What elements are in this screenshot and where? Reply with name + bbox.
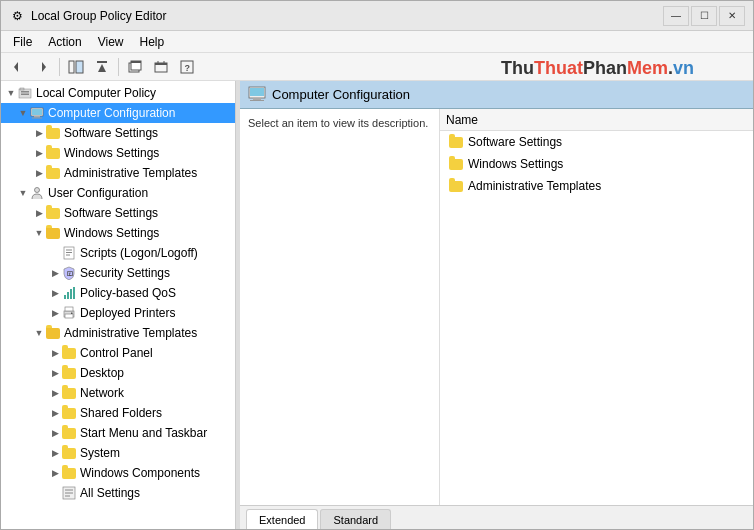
svg-rect-22: [32, 118, 42, 119]
minimize-button[interactable]: —: [663, 6, 689, 26]
printers-expand: ▶: [49, 307, 61, 319]
windows-settings-2-label: Windows Settings: [64, 226, 159, 240]
network-label: Network: [80, 386, 124, 400]
maximize-button[interactable]: ☐: [691, 6, 717, 26]
tree-item-user-config[interactable]: ▼ User Configuration: [1, 183, 235, 203]
ss2-folder-icon: [45, 205, 61, 221]
tree-item-desktop[interactable]: ▶ Desktop: [1, 363, 235, 383]
shared-folders-label: Shared Folders: [80, 406, 162, 420]
description-text: Select an item to view its description.: [248, 117, 428, 129]
root-label: Local Computer Policy: [36, 86, 156, 100]
ws1-expand: ▶: [33, 147, 45, 159]
desktop-folder-icon: [61, 365, 77, 381]
tree-item-deployed-printers[interactable]: ▶ Deployed Printers: [1, 303, 235, 323]
svg-rect-3: [76, 61, 83, 73]
cp-folder-icon: [61, 345, 77, 361]
tab-extended[interactable]: Extended: [246, 509, 318, 529]
tree-item-scripts[interactable]: ▶ Scripts (Logon/Logoff): [1, 243, 235, 263]
at1-expand: ▶: [33, 167, 45, 179]
sf-folder-icon: [61, 405, 77, 421]
window-title: Local Group Policy Editor: [31, 9, 663, 23]
list-item-name: Windows Settings: [468, 157, 563, 171]
security-icon: ⚿: [61, 265, 77, 281]
tree-item-control-panel[interactable]: ▶ Control Panel: [1, 343, 235, 363]
svg-rect-34: [65, 307, 73, 311]
qos-icon: [61, 285, 77, 301]
network-expand: ▶: [49, 387, 61, 399]
computer-config-icon: [29, 105, 45, 121]
tree-item-shared-folders[interactable]: ▶ Shared Folders: [1, 403, 235, 423]
control-panel-label: Control Panel: [80, 346, 153, 360]
system-label: System: [80, 446, 120, 460]
back-button[interactable]: [5, 55, 29, 79]
tree-item-windows-settings-1[interactable]: ▶ Windows Settings: [1, 143, 235, 163]
root-icon: [17, 85, 33, 101]
svg-rect-21: [34, 116, 40, 118]
tree-root[interactable]: ▼ Local Computer Policy: [1, 83, 235, 103]
menu-help[interactable]: Help: [132, 31, 173, 52]
tree-item-windows-settings-2[interactable]: ▼ Windows Settings: [1, 223, 235, 243]
list-pane[interactable]: Name Software Settings Win: [440, 109, 753, 505]
at1-folder-icon: [45, 165, 61, 181]
menu-action[interactable]: Action: [40, 31, 89, 52]
close-button[interactable]: ✕: [719, 6, 745, 26]
tree-item-admin-templates-2[interactable]: ▼ Administrative Templates: [1, 323, 235, 343]
sm-expand: ▶: [49, 427, 61, 439]
svg-rect-2: [69, 61, 74, 73]
svg-rect-20: [32, 109, 42, 115]
list-item-name: Administrative Templates: [468, 179, 601, 193]
svg-rect-16: [20, 88, 24, 90]
tree-item-windows-components[interactable]: ▶ Windows Components: [1, 463, 235, 483]
menu-view[interactable]: View: [90, 31, 132, 52]
sf-expand: ▶: [49, 407, 61, 419]
sm-folder-icon: [61, 425, 77, 441]
list-item[interactable]: Windows Settings: [440, 153, 753, 175]
new-window-button[interactable]: [123, 55, 147, 79]
svg-rect-31: [70, 289, 72, 299]
tree-item-software-settings-1[interactable]: ▶ Software Settings: [1, 123, 235, 143]
svg-rect-42: [250, 88, 264, 96]
list-item-folder-icon: [448, 178, 464, 194]
show-hide-button[interactable]: [64, 55, 88, 79]
list-item-folder-icon: [448, 134, 464, 150]
tree-item-software-settings-2[interactable]: ▶ Software Settings: [1, 203, 235, 223]
svg-rect-30: [67, 292, 69, 299]
scripts-label: Scripts (Logon/Logoff): [80, 246, 198, 260]
up-button[interactable]: [90, 55, 114, 79]
tree-item-admin-templates-1[interactable]: ▶ Administrative Templates: [1, 163, 235, 183]
tree-item-system[interactable]: ▶ System: [1, 443, 235, 463]
name-column-header[interactable]: Name: [440, 109, 753, 130]
at2-folder-icon: [45, 325, 61, 341]
tree-item-policy-qos[interactable]: ▶ Policy-based QoS: [1, 283, 235, 303]
tree-item-network[interactable]: ▶ Network: [1, 383, 235, 403]
main-window: ⚙ Local Group Policy Editor — ☐ ✕ File A…: [0, 0, 754, 530]
svg-rect-10: [155, 63, 167, 65]
list-item[interactable]: Software Settings: [440, 131, 753, 153]
help-button[interactable]: ?: [175, 55, 199, 79]
desktop-label: Desktop: [80, 366, 124, 380]
toolbar-separator-1: [59, 58, 60, 76]
svg-point-23: [35, 188, 40, 193]
tree-panel[interactable]: ▼ Local Computer Policy ▼: [1, 81, 236, 529]
ss2-expand: ▶: [33, 207, 45, 219]
content-body: Select an item to view its description. …: [240, 109, 753, 505]
settings-button[interactable]: [149, 55, 173, 79]
tree-item-all-settings[interactable]: ▶ All Settings: [1, 483, 235, 503]
admin-templates-1-label: Administrative Templates: [64, 166, 197, 180]
svg-marker-1: [42, 62, 46, 72]
toolbar-separator-2: [118, 58, 119, 76]
security-expand: ▶: [49, 267, 61, 279]
all-settings-label: All Settings: [80, 486, 140, 500]
forward-button[interactable]: [31, 55, 55, 79]
tab-standard[interactable]: Standard: [320, 509, 391, 529]
policy-qos-label: Policy-based QoS: [80, 286, 176, 300]
toolbar: ?: [1, 53, 753, 81]
list-item[interactable]: Administrative Templates: [440, 175, 753, 197]
tree-item-computer-config[interactable]: ▼ Computer Configuration: [1, 103, 235, 123]
tree-item-security-settings[interactable]: ▶ ⚿ Security Settings: [1, 263, 235, 283]
cp-expand: ▶: [49, 347, 61, 359]
menu-file[interactable]: File: [5, 31, 40, 52]
qos-expand: ▶: [49, 287, 61, 299]
tree-item-start-menu[interactable]: ▶ Start Menu and Taskbar: [1, 423, 235, 443]
sys-folder-icon: [61, 445, 77, 461]
